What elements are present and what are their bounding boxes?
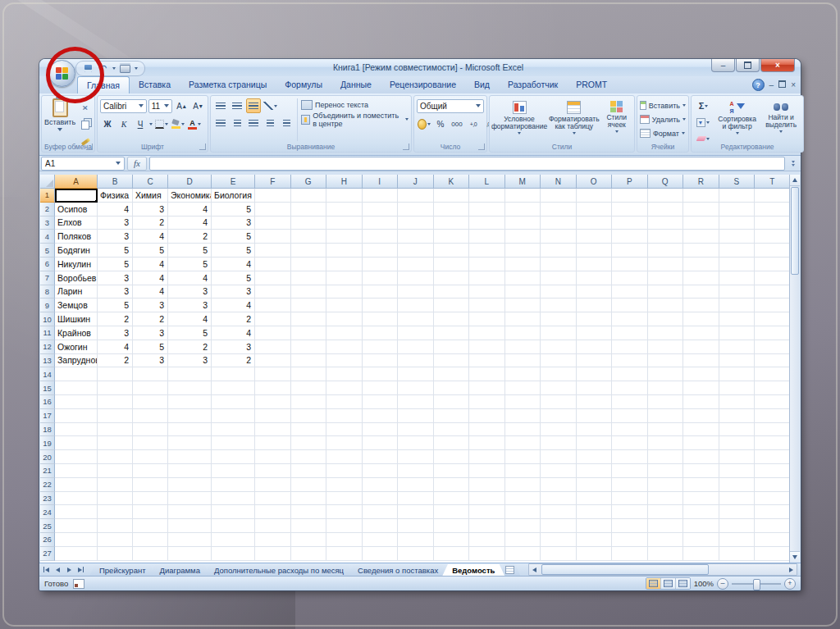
- cell-S26[interactable]: [719, 533, 756, 547]
- cell-N19[interactable]: [541, 436, 577, 450]
- cell-B10[interactable]: 2: [98, 312, 133, 326]
- cell-F18[interactable]: [255, 423, 291, 437]
- cell-N8[interactable]: [541, 285, 577, 299]
- bold-button[interactable]: Ж: [100, 116, 115, 131]
- cell-K7[interactable]: [434, 271, 470, 285]
- zoom-out-button[interactable]: –: [717, 578, 728, 590]
- cell-M16[interactable]: [505, 395, 541, 409]
- cell-G12[interactable]: [291, 340, 327, 354]
- zoom-in-button[interactable]: +: [784, 578, 796, 590]
- cell-S8[interactable]: [719, 285, 756, 299]
- cell-I10[interactable]: [363, 312, 399, 326]
- cell-M5[interactable]: [505, 244, 541, 258]
- cell-P21[interactable]: [612, 464, 648, 478]
- scroll-right-icon[interactable]: [786, 564, 797, 575]
- cell-S24[interactable]: [719, 505, 756, 519]
- cell-J14[interactable]: [398, 367, 434, 381]
- cell-D5[interactable]: 5: [168, 244, 212, 258]
- cell-B17[interactable]: [98, 409, 133, 423]
- scroll-down-icon[interactable]: [790, 551, 800, 563]
- cell-A4[interactable]: Поляков: [55, 230, 98, 244]
- cell-N6[interactable]: [541, 258, 577, 271]
- cell-O13[interactable]: [577, 354, 613, 368]
- prev-sheet-icon[interactable]: [52, 564, 63, 575]
- cell-H26[interactable]: [326, 533, 363, 547]
- cell-D9[interactable]: 3: [168, 299, 212, 312]
- format-cells-button[interactable]: Формат: [640, 126, 686, 140]
- cell-T9[interactable]: [755, 299, 791, 312]
- cell-N22[interactable]: [541, 478, 577, 492]
- cell-D20[interactable]: [168, 450, 212, 464]
- align-left-button[interactable]: [213, 116, 228, 130]
- vertical-scrollbar[interactable]: [789, 175, 800, 563]
- cell-R14[interactable]: [683, 367, 719, 381]
- cell-S18[interactable]: [719, 423, 756, 437]
- cell-C1[interactable]: Химия: [133, 189, 168, 203]
- cell-S27[interactable]: [719, 547, 756, 561]
- cell-E13[interactable]: 2: [212, 354, 255, 368]
- cell-M27[interactable]: [505, 547, 541, 561]
- cell-F8[interactable]: [255, 285, 291, 299]
- cell-H19[interactable]: [326, 436, 363, 450]
- column-header-L[interactable]: L: [469, 175, 505, 189]
- cell-A7[interactable]: Воробьев: [55, 271, 98, 285]
- cell-B13[interactable]: 2: [98, 354, 133, 368]
- cell-H11[interactable]: [326, 326, 363, 340]
- cell-C26[interactable]: [133, 533, 168, 547]
- cell-H10[interactable]: [326, 312, 363, 326]
- cell-O1[interactable]: [577, 189, 613, 203]
- cell-H6[interactable]: [326, 258, 363, 271]
- cell-A19[interactable]: [55, 436, 98, 450]
- fill-color-button[interactable]: [171, 116, 185, 131]
- cell-O25[interactable]: [577, 519, 613, 533]
- row-header-16[interactable]: 16: [40, 395, 55, 409]
- cell-E9[interactable]: 4: [212, 299, 255, 312]
- cell-R4[interactable]: [683, 230, 719, 244]
- copy-icon[interactable]: [78, 117, 93, 132]
- column-header-Q[interactable]: Q: [648, 175, 684, 189]
- cell-F12[interactable]: [255, 340, 291, 354]
- cell-Q4[interactable]: [648, 230, 684, 244]
- cell-L8[interactable]: [469, 285, 505, 299]
- cell-T3[interactable]: [755, 217, 791, 230]
- cell-T17[interactable]: [755, 409, 791, 423]
- cell-Q16[interactable]: [648, 395, 684, 409]
- cell-C15[interactable]: [133, 381, 168, 395]
- cell-J27[interactable]: [398, 547, 434, 561]
- tab-1[interactable]: Главная: [77, 76, 130, 93]
- cell-S22[interactable]: [719, 478, 756, 492]
- cell-A17[interactable]: [55, 409, 98, 423]
- cell-R11[interactable]: [683, 326, 719, 340]
- cell-D10[interactable]: 4: [168, 312, 212, 326]
- cell-J7[interactable]: [398, 271, 434, 285]
- cell-F15[interactable]: [255, 381, 291, 395]
- vertical-scroll-thumb[interactable]: [791, 187, 799, 275]
- cell-L19[interactable]: [469, 436, 505, 450]
- cell-J12[interactable]: [398, 340, 434, 354]
- cell-D17[interactable]: [168, 409, 212, 423]
- number-format-select[interactable]: Общий: [417, 99, 484, 113]
- cell-O8[interactable]: [577, 285, 613, 299]
- cell-C7[interactable]: 4: [133, 271, 168, 285]
- cell-Q23[interactable]: [648, 492, 684, 506]
- cell-P1[interactable]: [612, 189, 648, 203]
- cell-L25[interactable]: [469, 519, 505, 533]
- cell-M26[interactable]: [505, 533, 541, 547]
- cell-C18[interactable]: [133, 423, 168, 437]
- cell-E1[interactable]: Биология: [212, 189, 255, 203]
- cell-C2[interactable]: 3: [133, 203, 168, 217]
- sheet-tab-2[interactable]: Диаграмма: [150, 564, 210, 577]
- cell-F2[interactable]: [255, 203, 291, 217]
- cell-I21[interactable]: [363, 464, 399, 478]
- cell-P25[interactable]: [612, 519, 648, 533]
- cell-Q27[interactable]: [648, 547, 684, 561]
- cell-O23[interactable]: [577, 492, 613, 506]
- column-header-B[interactable]: B: [98, 175, 133, 189]
- cell-P12[interactable]: [612, 340, 648, 354]
- cell-O27[interactable]: [577, 547, 613, 561]
- insert-cells-button[interactable]: Вставить: [640, 98, 686, 112]
- cell-G23[interactable]: [291, 492, 327, 506]
- cell-B27[interactable]: [98, 547, 133, 561]
- cell-D18[interactable]: [168, 423, 212, 437]
- cell-M24[interactable]: [505, 505, 541, 519]
